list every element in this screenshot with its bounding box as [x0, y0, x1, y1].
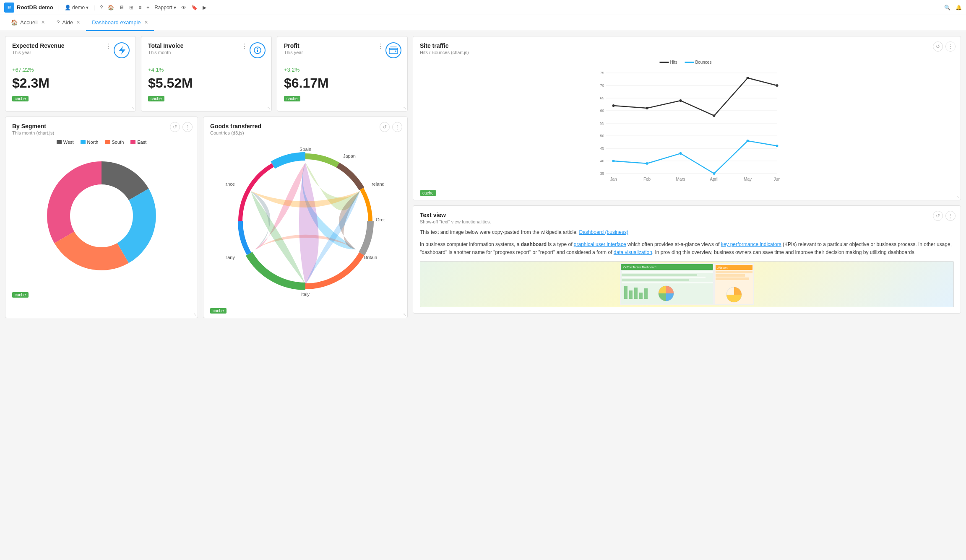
segment-refresh-btn[interactable]: ↺	[170, 122, 180, 132]
brand-icon: R	[4, 3, 14, 13]
traffic-subtitle: Hits / Bounces (chart.js)	[420, 50, 954, 55]
user-icon: 👤	[65, 5, 71, 10]
dashboard-tab-label: Dashboard example	[92, 19, 141, 26]
main-content: Expected Revenue This year ⋮ +67.22% $2.…	[0, 31, 966, 323]
resize-handle-goods[interactable]: ⤡	[403, 312, 406, 317]
text-view-card: Text view Show-off "text" view functiona…	[413, 205, 961, 314]
svg-text:60: 60	[600, 109, 604, 113]
gui-link[interactable]: graphical user interface	[574, 241, 626, 247]
left-column: Expected Revenue This year ⋮ +67.22% $2.…	[5, 36, 408, 318]
resize-handle-traffic[interactable]: ⤡	[956, 194, 960, 199]
kpi-percent-0: +67.22%	[12, 67, 129, 73]
legend-dot-south	[105, 140, 110, 144]
resize-handle-1[interactable]: ⤡	[267, 106, 271, 110]
tab-accueil[interactable]: 🏠 Accueil ✕	[5, 15, 51, 31]
resize-handle-2[interactable]: ⤡	[403, 106, 406, 110]
dashboard-img-svg: Coffee Tables Dashboard	[620, 263, 754, 305]
svg-text:April: April	[710, 177, 718, 181]
tab-dashboard[interactable]: Dashboard example ✕	[86, 15, 154, 31]
kpi-percent-1: +4.1%	[148, 67, 265, 73]
close-dashboard-icon[interactable]: ✕	[144, 20, 148, 25]
svg-text:Jun: Jun	[773, 177, 780, 181]
svg-text:Bounces: Bounces	[695, 60, 712, 65]
kpi-subtitle-0: This year	[12, 50, 129, 55]
kpi-value-2: $6.17M	[284, 75, 401, 91]
text-view-body: This text and image below were copy-past…	[420, 228, 954, 307]
svg-rect-63	[624, 286, 628, 299]
nav-rapport[interactable]: Rapport ▾	[154, 5, 176, 10]
traffic-card: Site traffic Hits / Bounces (chart.js) ↺…	[413, 36, 961, 200]
svg-text:May: May	[744, 177, 752, 181]
dashboard-wiki-link[interactable]: Dashboard (business)	[579, 229, 628, 235]
traffic-title: Site traffic	[420, 42, 954, 49]
segment-card: By Segment This month (chart.js) ↺ ⋮ Wes…	[5, 117, 198, 318]
svg-rect-59	[622, 274, 697, 276]
donut-legend: West North South East	[57, 140, 147, 145]
traffic-refresh-btn[interactable]: ↺	[933, 41, 943, 52]
nav-eye[interactable]: 👁	[181, 5, 186, 10]
kpi-icon-wallet	[385, 42, 401, 58]
svg-point-52	[747, 140, 749, 142]
legend-west: West	[57, 140, 74, 145]
resize-handle-segment[interactable]: ⤡	[193, 312, 197, 317]
svg-text:Spain: Spain	[299, 147, 311, 152]
svg-point-46	[747, 77, 749, 79]
legend-east: East	[130, 140, 146, 145]
svg-point-49	[646, 162, 648, 165]
segment-more-btn[interactable]: ⋮	[182, 122, 193, 132]
svg-text:50: 50	[600, 134, 604, 138]
goods-refresh-btn[interactable]: ↺	[380, 122, 390, 132]
text-view-more-btn[interactable]: ⋮	[945, 211, 956, 221]
tabbar: 🏠 Accueil ✕ ? Aide ✕ Dashboard example ✕	[0, 15, 966, 31]
home-icon: 🏠	[11, 19, 18, 26]
svg-text:75: 75	[600, 71, 604, 75]
svg-point-51	[713, 172, 716, 175]
kpi-value-0: $2.3M	[12, 75, 129, 91]
svg-text:45: 45	[600, 146, 604, 150]
legend-dot-east	[130, 140, 135, 144]
segment-title: By Segment	[12, 123, 191, 130]
donut-container: West North South East	[12, 135, 191, 287]
close-accueil-icon[interactable]: ✕	[41, 20, 45, 25]
svg-point-43	[646, 107, 648, 109]
kpi-link[interactable]: key performance indicators	[721, 241, 781, 247]
brand: R RootDB demo	[4, 3, 53, 13]
nav-home[interactable]: 🏠	[108, 5, 114, 10]
svg-text:Feb: Feb	[643, 177, 651, 181]
traffic-line-chart: Hits Bounces 75 70 65 60 55 50 45 40 35	[420, 58, 954, 184]
traffic-more-btn[interactable]: ⋮	[945, 41, 956, 52]
donut-chart	[34, 149, 169, 283]
nav-sep-1: |	[58, 4, 60, 10]
close-aide-icon[interactable]: ✕	[76, 20, 80, 25]
text-view-refresh-btn[interactable]: ↺	[933, 211, 943, 221]
kpi-more-2[interactable]: ⋮	[377, 42, 384, 50]
right-column: Site traffic Hits / Bounces (chart.js) ↺…	[413, 36, 961, 318]
dataviz-link[interactable]: data visualization	[614, 249, 652, 255]
svg-rect-72	[716, 271, 752, 273]
svg-rect-65	[634, 288, 638, 299]
tab-aide[interactable]: ? Aide ✕	[51, 15, 86, 31]
svg-rect-74	[716, 277, 749, 280]
notification-icon[interactable]: 🔔	[956, 5, 962, 10]
nav-bookmark[interactable]: 🔖	[191, 5, 198, 10]
kpi-more-1[interactable]: ⋮	[241, 42, 248, 50]
goods-more-btn[interactable]: ⋮	[392, 122, 402, 132]
svg-rect-67	[644, 288, 648, 299]
kpi-more-0[interactable]: ⋮	[105, 42, 112, 50]
nav-user[interactable]: 👤 demo ▾	[65, 5, 89, 10]
nav-list[interactable]: ≡	[138, 5, 141, 10]
resize-handle-0[interactable]: ⤡	[131, 106, 135, 110]
kpi-icon-info	[250, 42, 266, 58]
nav-add[interactable]: +	[146, 5, 149, 10]
cache-badge-2: cache	[284, 96, 300, 101]
traffic-controls: ↺ ⋮	[933, 41, 956, 52]
search-icon[interactable]: 🔍	[944, 5, 950, 10]
dashboard-image: Coffee Tables Dashboard	[420, 261, 954, 307]
svg-point-45	[713, 114, 716, 117]
svg-rect-64	[629, 290, 633, 299]
nav-grid[interactable]: ⊞	[129, 5, 133, 10]
nav-monitor[interactable]: 🖥	[119, 5, 124, 10]
nav-help[interactable]: ?	[100, 5, 103, 10]
kpi-subtitle-2: This year	[284, 50, 401, 55]
nav-play[interactable]: ▶	[203, 5, 206, 10]
